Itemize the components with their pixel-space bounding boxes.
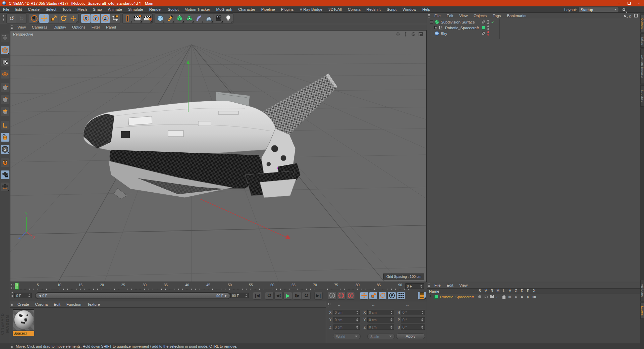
move-tool-button[interactable] <box>39 14 49 23</box>
layer-manager-grip[interactable] <box>428 283 431 287</box>
keying-options-button[interactable]: ? <box>346 292 355 300</box>
spinner-icon[interactable] <box>421 326 423 329</box>
enabled-check-icon[interactable]: ✓ <box>491 20 494 24</box>
spinner-icon[interactable] <box>390 318 392 321</box>
toolbar-grip[interactable] <box>1 15 4 22</box>
mat-menu-texture[interactable]: Texture <box>84 301 103 307</box>
menu-window[interactable]: Window <box>399 6 419 12</box>
editor-visibility-dot[interactable] <box>487 20 489 21</box>
tab-objects[interactable]: Objects <box>640 15 644 32</box>
rot-b-field[interactable]: 0 ° <box>401 325 425 330</box>
layer-none-icon[interactable] <box>482 32 485 35</box>
mat-menu-create[interactable]: Create <box>14 301 32 307</box>
search-icon[interactable] <box>623 8 625 11</box>
transport-grip[interactable] <box>10 292 13 299</box>
record-scale-toggle[interactable] <box>369 292 378 300</box>
spinner-icon[interactable] <box>390 311 392 314</box>
coordinate-system-button[interactable] <box>110 14 120 23</box>
spinner-icon[interactable] <box>28 294 30 297</box>
pos-x-field[interactable]: 0 cm <box>333 310 360 315</box>
menu-motion-tracker[interactable]: Motion Tracker <box>181 6 213 12</box>
menu-script[interactable]: Script <box>384 6 399 12</box>
om-menu-edit[interactable]: Edit <box>444 13 457 19</box>
goto-end-button[interactable]: ▶| <box>314 292 323 300</box>
om-search-icon[interactable] <box>624 15 626 17</box>
rotate-tool-button[interactable] <box>59 14 68 23</box>
points-mode-button[interactable] <box>1 83 9 92</box>
viewport-pan-icon[interactable] <box>395 32 400 37</box>
record-pla-toggle[interactable] <box>397 292 406 300</box>
menu-plugins[interactable]: Plugins <box>278 6 297 12</box>
mat-menu-corona[interactable]: Corona <box>32 301 51 307</box>
menu-create[interactable]: Create <box>25 6 43 12</box>
menu-pipeline[interactable]: Pipeline <box>258 6 278 12</box>
previous-key-button[interactable]: ◀( <box>274 292 283 300</box>
preview-range-bar[interactable]: ◀ 0 F 90 F ▶ <box>36 293 230 298</box>
coordinate-space-dropdown[interactable]: World <box>333 334 361 339</box>
next-key-button[interactable]: )▶ <box>293 292 302 300</box>
expression-state-icon[interactable]: ◗ <box>525 294 531 299</box>
material-grip[interactable] <box>11 302 14 306</box>
menu-mograph[interactable]: MoGraph <box>213 6 235 12</box>
close-button[interactable]: × <box>634 0 644 6</box>
range-end-field[interactable]: 90 F <box>230 293 249 298</box>
texture-mode-button[interactable] <box>1 58 9 66</box>
om-home-icon[interactable]: ⌂ <box>629 13 632 18</box>
viewport-menu-view[interactable]: View <box>14 24 29 30</box>
live-selection-button[interactable] <box>30 14 39 23</box>
viewport-menu-filter[interactable]: Filter <box>89 24 103 30</box>
spinner-icon[interactable] <box>421 311 423 314</box>
animation-icon[interactable]: ▤ <box>507 294 513 299</box>
object-row-robotic-spacecraft[interactable]: + 0 Robotic_Spacecraft <box>427 25 640 31</box>
layer-row-robotic-spacecraft[interactable]: Robotic_Spacecraft ⌐ ▤ ◈ ◆ ◗ oo <box>427 294 640 300</box>
viewport-zoom-icon[interactable] <box>403 32 408 37</box>
polygons-mode-button[interactable] <box>1 107 9 116</box>
menu-simulate[interactable]: Simulate <box>125 6 146 12</box>
viewport-menu-cameras[interactable]: Cameras <box>29 24 51 30</box>
coordinate-grip[interactable] <box>328 303 331 307</box>
collapse-icon[interactable]: − <box>430 20 433 23</box>
menu-select[interactable]: Select <box>43 6 59 12</box>
menu-edit[interactable]: Edit <box>12 6 25 12</box>
menu-character[interactable]: Character <box>235 6 258 12</box>
render-region-button[interactable] <box>133 14 142 23</box>
lock-x-axis-button[interactable]: X <box>81 14 91 23</box>
spinner-icon[interactable] <box>356 311 358 314</box>
manager-icon[interactable]: ⌐ <box>495 294 501 299</box>
planar-workplane-button[interactable] <box>1 183 9 191</box>
play-button[interactable]: ▶ <box>283 292 292 300</box>
solo-dot-icon[interactable] <box>477 294 483 299</box>
viewport-toggle-panel-icon[interactable] <box>419 32 423 36</box>
lock-z-axis-button[interactable]: Z <box>101 14 110 23</box>
visibility-eye-icon[interactable] <box>483 294 489 299</box>
add-floor-button[interactable] <box>204 14 213 23</box>
model-mode-button[interactable] <box>1 46 9 54</box>
loop-button[interactable]: ↻ <box>302 292 311 300</box>
size-y-field[interactable]: 0 cm <box>367 317 394 322</box>
render-settings-button[interactable]: ✱ <box>143 14 152 23</box>
lock-icon[interactable] <box>501 294 507 299</box>
viewport-menu-panel[interactable]: Panel <box>103 24 119 30</box>
spinner-icon[interactable] <box>356 326 358 329</box>
lock-workplane-button[interactable] <box>1 170 9 179</box>
preview-range-slider[interactable]: ◀ 0 F 90 F ▶ <box>35 292 231 299</box>
pos-z-field[interactable]: 0 cm <box>333 325 360 330</box>
snap-button[interactable] <box>1 158 9 167</box>
om-menu-file[interactable]: File <box>431 13 444 19</box>
render-clapper-icon[interactable] <box>489 294 495 299</box>
add-subdivision-surface-button[interactable] <box>175 14 184 23</box>
om-menu-bookmarks[interactable]: Bookmarks <box>504 13 529 19</box>
add-generator-button[interactable] <box>184 14 194 23</box>
add-spline-button[interactable] <box>165 14 174 23</box>
apply-button[interactable]: Apply <box>396 333 425 339</box>
play-backward-button[interactable]: ↺ <box>265 292 274 300</box>
pos-y-field[interactable]: 0 cm <box>333 317 360 322</box>
viewport-menu-options[interactable]: Options <box>69 24 89 30</box>
record-position-toggle[interactable] <box>360 292 369 300</box>
last-used-tool-button[interactable] <box>68 14 78 23</box>
range-right-arrow-icon[interactable]: ▶ <box>225 294 227 297</box>
material-thumbnail[interactable] <box>13 309 34 331</box>
menu-snap[interactable]: Snap <box>90 6 105 12</box>
spinner-icon[interactable] <box>390 326 392 329</box>
workplane-mode-button[interactable] <box>1 70 9 79</box>
